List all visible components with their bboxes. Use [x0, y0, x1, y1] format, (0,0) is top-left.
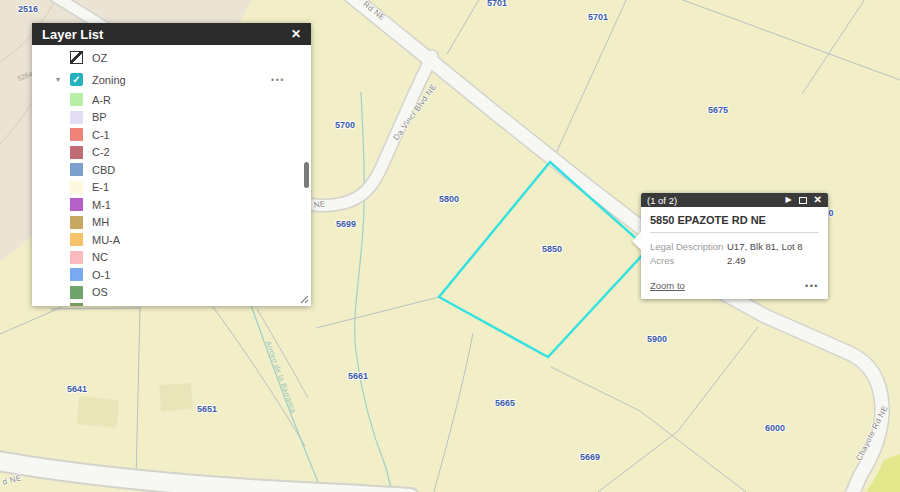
close-icon[interactable]: ✕	[814, 195, 822, 205]
legend-label: M-1	[92, 199, 111, 211]
parcel-number-label: 5661	[348, 371, 368, 381]
parcel-number-label: 5900	[647, 334, 667, 344]
legend-item: A-R	[32, 91, 311, 109]
legend-label: A-R	[92, 94, 111, 106]
parcel-number-label: 5669	[580, 452, 600, 462]
scrollbar-thumb[interactable]	[304, 162, 309, 188]
legend-swatch	[70, 181, 83, 194]
legend-item: C-2	[32, 144, 311, 162]
legend-item: OS	[32, 284, 311, 302]
legend-item: NC	[32, 249, 311, 267]
field-label: Acres	[650, 254, 727, 268]
legend-swatch	[70, 163, 83, 176]
legend-item: O-1	[32, 266, 311, 284]
layer-list-header: Layer List ✕	[32, 23, 311, 45]
parcel-number-label: 5641	[67, 384, 87, 394]
parcel-number-label: 0	[828, 208, 833, 218]
legend-item: M-1	[32, 196, 311, 214]
legend-swatch	[70, 286, 83, 299]
legend-swatch	[70, 216, 83, 229]
field-value: U17, Blk 81, Lot 8	[727, 240, 803, 254]
legend-list: A-RBPC-1C-2CBDE-1M-1MHMU-ANCO-1OS	[32, 91, 311, 306]
legend-item: CBD	[32, 161, 311, 179]
parcel-number-label: 5800	[439, 194, 459, 204]
feature-popup: (1 of 2) ▶ ✕ 5850 EPAZOTE RD NE Legal De…	[641, 193, 828, 299]
legend-item: MU-A	[32, 231, 311, 249]
selected-parcel-highlight[interactable]	[439, 162, 648, 357]
legend-label: BP	[92, 111, 107, 123]
legend-swatch	[70, 93, 83, 106]
close-icon[interactable]: ✕	[291, 28, 301, 40]
building-footprint	[159, 383, 193, 411]
popup-header: (1 of 2) ▶ ✕	[641, 193, 828, 207]
parcel-number-label: 5701	[588, 12, 608, 22]
legend-swatch	[70, 268, 83, 281]
layer-row-zoning: ▾ ✓ Zoning •••	[32, 68, 311, 91]
legend-label: C-2	[92, 146, 110, 158]
legend-label: C-1	[92, 129, 110, 141]
oz-label: OZ	[92, 52, 107, 64]
legend-item	[32, 301, 311, 306]
legend-label: E-1	[92, 181, 109, 193]
popup-pager: (1 of 2)	[647, 195, 778, 206]
popup-title: 5850 EPAZOTE RD NE	[650, 214, 819, 233]
legend-swatch	[70, 198, 83, 211]
dock-icon[interactable]	[799, 197, 807, 204]
legend-item: E-1	[32, 179, 311, 197]
map[interactable]: 2516570157015675570058005699585059005661…	[0, 0, 900, 492]
legend-swatch	[70, 251, 83, 264]
legend-swatch	[70, 233, 83, 246]
legend-item: C-1	[32, 126, 311, 144]
layer-list-panel: Layer List ✕ OZ ▾ ✓ Zoning ••• A-RBPC-1C…	[32, 23, 311, 306]
layer-row-oz: OZ	[32, 45, 311, 68]
legend-item: MH	[32, 214, 311, 232]
popup-field-row: Legal DescriptionU17, Blk 81, Lot 8	[650, 240, 819, 254]
parcel-number-label: 5651	[197, 404, 217, 414]
popup-footer: Zoom to •••	[650, 280, 819, 291]
legend-swatch	[70, 128, 83, 141]
zoning-menu-icon[interactable]: •••	[271, 75, 285, 85]
parcel-number-label: 6000	[765, 423, 785, 433]
chevron-down-icon[interactable]: ▾	[56, 75, 70, 84]
popup-field-row: Acres2.49	[650, 254, 819, 268]
parcel-number-label: 5701	[487, 0, 507, 8]
legend-swatch	[70, 146, 83, 159]
zoning-checkbox[interactable]: ✓	[70, 73, 83, 86]
popup-fields: Legal DescriptionU17, Blk 81, Lot 8Acres…	[650, 240, 819, 268]
zoom-to-link[interactable]: Zoom to	[650, 280, 685, 291]
legend-label: MH	[92, 216, 109, 228]
legend-swatch	[70, 303, 83, 306]
parcel-number-label: 2516	[18, 4, 38, 14]
popup-pointer	[632, 232, 641, 250]
layer-list-title: Layer List	[42, 27, 291, 42]
parcel-number-label: 5700	[335, 120, 355, 130]
legend-label: OS	[92, 286, 108, 298]
popup-menu-icon[interactable]: •••	[805, 281, 819, 291]
oz-hatch-swatch	[70, 51, 83, 64]
legend-label: CBD	[92, 164, 115, 176]
legend-label: MU-A	[92, 234, 120, 246]
field-value: 2.49	[727, 254, 746, 268]
parcel-number-label: 5665	[495, 398, 515, 408]
parcel-number-label: 5675	[708, 105, 728, 115]
next-feature-icon[interactable]: ▶	[785, 196, 791, 204]
parcel-number-label: 5699	[336, 219, 356, 229]
legend-swatch	[70, 111, 83, 124]
resize-grip-icon[interactable]	[300, 295, 309, 304]
parcel-number-label: 5850	[542, 244, 562, 254]
legend-label: NC	[92, 251, 108, 263]
legend-label: O-1	[92, 269, 110, 281]
legend-item: BP	[32, 109, 311, 127]
popup-body: 5850 EPAZOTE RD NE Legal DescriptionU17,…	[641, 207, 828, 299]
building-footprint	[77, 396, 120, 428]
zoning-label: Zoning	[92, 74, 126, 86]
field-label: Legal Description	[650, 240, 727, 254]
